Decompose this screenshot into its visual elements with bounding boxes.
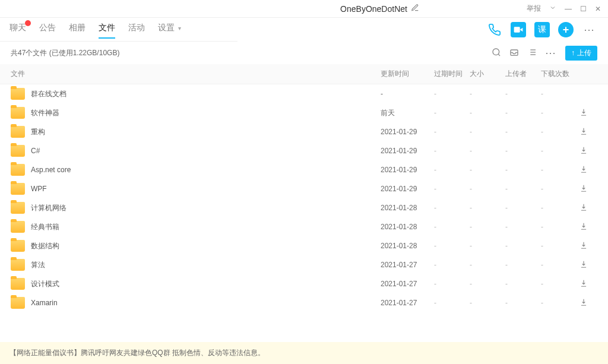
update-time: - xyxy=(381,90,434,98)
file-size: - xyxy=(470,261,505,269)
inbox-icon[interactable] xyxy=(509,48,519,59)
uploader: - xyxy=(505,261,541,269)
header-size[interactable]: 大小 xyxy=(470,69,505,79)
downloads: - xyxy=(541,147,580,155)
uploader: - xyxy=(505,223,541,231)
download-icon[interactable] xyxy=(580,260,597,270)
file-summary: 共47个文件 (已使用1.22GB/10GB) xyxy=(11,48,119,58)
file-name: 数据结构 xyxy=(31,241,381,251)
file-row[interactable]: 数据结构2021-01-28---- xyxy=(0,236,608,255)
file-name: 设计模式 xyxy=(31,279,381,289)
folder-icon xyxy=(11,126,25,138)
svg-marker-0 xyxy=(520,28,523,32)
update-time: 2021-01-28 xyxy=(381,242,434,250)
download-icon[interactable] xyxy=(580,203,597,213)
class-icon[interactable]: 课 xyxy=(534,22,550,37)
more-icon[interactable]: ⋯ xyxy=(582,22,597,37)
uploader: - xyxy=(505,242,541,250)
downloads: - xyxy=(541,280,580,288)
minimize-button[interactable]: — xyxy=(565,5,572,13)
file-row[interactable]: 群在线文档----- xyxy=(0,84,608,103)
header-file[interactable]: 文件 xyxy=(11,69,381,79)
expire-time: - xyxy=(434,223,470,231)
file-row[interactable]: C#2021-01-29---- xyxy=(0,141,608,160)
footer-banner[interactable]: 【网络正能量倡议书】腾讯呼吁网友共建绿色QQ群 抵制色情、反动等违法信息。 xyxy=(0,342,608,364)
report-link[interactable]: 举报 xyxy=(527,4,541,14)
uploader: - xyxy=(505,280,541,288)
expire-time: - xyxy=(434,185,470,193)
search-icon[interactable] xyxy=(492,48,501,59)
file-row[interactable]: Xamarin2021-01-27---- xyxy=(0,293,608,312)
tab-notice[interactable]: 公告 xyxy=(39,23,56,38)
file-size: - xyxy=(470,147,505,155)
svg-rect-1 xyxy=(514,27,520,32)
downloads: - xyxy=(541,299,580,307)
expire-time: - xyxy=(434,90,470,98)
add-button[interactable]: + xyxy=(558,22,574,37)
download-icon[interactable] xyxy=(580,184,597,194)
tab-files[interactable]: 文件 xyxy=(99,23,115,38)
chevron-down-icon[interactable] xyxy=(549,4,556,13)
file-name: 算法 xyxy=(31,260,381,270)
downloads: - xyxy=(541,204,580,212)
edit-icon[interactable] xyxy=(411,4,419,14)
uploader: - xyxy=(505,147,541,155)
video-icon[interactable] xyxy=(511,22,526,37)
maximize-button[interactable]: ☐ xyxy=(580,5,587,13)
file-name: Xamarin xyxy=(31,299,381,307)
upload-button[interactable]: ↑ 上传 xyxy=(565,46,597,61)
expire-time: - xyxy=(434,299,470,307)
downloads: - xyxy=(541,90,580,98)
file-row[interactable]: 设计模式2021-01-27---- xyxy=(0,274,608,293)
file-size: - xyxy=(470,299,505,307)
header-uploader[interactable]: 上传者 xyxy=(505,69,541,79)
header-update[interactable]: 更新时间 xyxy=(381,69,434,79)
download-icon[interactable] xyxy=(580,241,597,251)
phone-icon[interactable] xyxy=(487,22,502,37)
file-row[interactable]: 经典书籍2021-01-28---- xyxy=(0,217,608,236)
close-button[interactable]: ✕ xyxy=(595,5,601,13)
tab-album[interactable]: 相册 xyxy=(69,23,86,38)
update-time: 2021-01-27 xyxy=(381,280,434,288)
folder-icon xyxy=(11,221,25,233)
more-options-icon[interactable]: ⋯ xyxy=(545,46,557,59)
download-icon[interactable] xyxy=(580,298,597,308)
expire-time: - xyxy=(434,261,470,269)
color-swatches xyxy=(7,7,233,10)
header-downloads[interactable]: 下载次数 xyxy=(541,69,580,79)
tab-chat[interactable]: 聊天 xyxy=(10,23,26,38)
folder-icon xyxy=(11,297,25,309)
download-icon[interactable] xyxy=(580,108,597,118)
file-row[interactable]: 计算机网络2021-01-28---- xyxy=(0,198,608,217)
file-size: - xyxy=(470,185,505,193)
folder-icon xyxy=(11,145,25,157)
tab-activity[interactable]: 活动 xyxy=(128,23,145,38)
folder-icon xyxy=(11,88,25,100)
download-icon[interactable] xyxy=(580,279,597,289)
file-row[interactable]: WPF2021-01-29---- xyxy=(0,179,608,198)
file-row[interactable]: 软件神器前天---- xyxy=(0,103,608,122)
list-view-icon[interactable] xyxy=(527,48,537,59)
downloads: - xyxy=(541,109,580,117)
file-size: - xyxy=(470,166,505,174)
downloads: - xyxy=(541,242,580,250)
download-icon[interactable] xyxy=(580,165,597,175)
expire-time: - xyxy=(434,242,470,250)
tab-settings[interactable]: 设置 ▾ xyxy=(158,23,181,38)
file-row[interactable]: Asp.net core2021-01-29---- xyxy=(0,160,608,179)
file-row[interactable]: 算法2021-01-27---- xyxy=(0,255,608,274)
file-row[interactable]: 重构2021-01-29---- xyxy=(0,122,608,141)
uploader: - xyxy=(505,204,541,212)
download-icon[interactable] xyxy=(580,127,597,137)
update-time: 2021-01-27 xyxy=(381,261,434,269)
download-icon[interactable] xyxy=(580,146,597,156)
header-expire[interactable]: 过期时间 xyxy=(434,69,470,79)
file-name: 经典书籍 xyxy=(31,222,381,232)
file-name: 软件神器 xyxy=(31,108,381,118)
download-icon[interactable] xyxy=(580,222,597,232)
uploader: - xyxy=(505,299,541,307)
file-size: - xyxy=(470,280,505,288)
update-time: 2021-01-28 xyxy=(381,223,434,231)
svg-point-2 xyxy=(493,49,499,55)
folder-icon xyxy=(11,107,25,119)
